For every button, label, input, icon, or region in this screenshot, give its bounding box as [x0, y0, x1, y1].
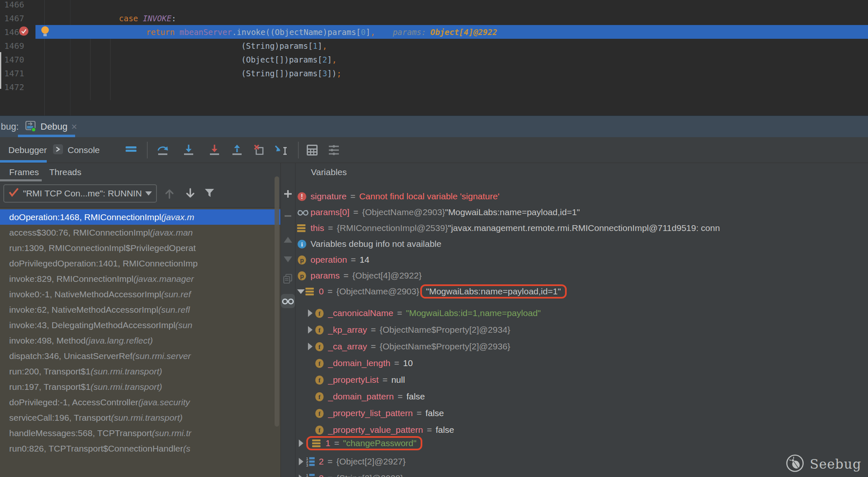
evaluate-expression-icon[interactable] [305, 143, 320, 158]
variable-row[interactable]: this={RMIConnectionImpl@2539} "javax.man… [295, 220, 868, 236]
variable-row[interactable]: 1="changePassword" [295, 434, 868, 453]
frame-up-icon[interactable] [162, 186, 177, 201]
tab-threads[interactable]: Threads [49, 167, 81, 177]
variable-name: _ca_array [328, 341, 367, 351]
frame-method: run:200, Transport$1 [9, 367, 91, 377]
frame-method: doOperation:1468, RMIConnectionImpl [9, 212, 161, 222]
stack-frame-row[interactable]: invoke:43, DelegatingMethodAccessorImpl … [0, 317, 280, 333]
debug-panels: Frames Threads "RMI TCP Con...me": RUNNI… [0, 163, 868, 477]
intention-bulb-icon[interactable] [40, 25, 50, 39]
stack-frame-row[interactable]: run0:826, TCPTransport$ConnectionHandler… [0, 441, 280, 456]
arrow-glyph [308, 326, 313, 334]
tab-frames[interactable]: Frames [9, 167, 39, 177]
variable-row[interactable]: pparams={Object[4]@2922} [295, 268, 868, 284]
field-icon: f [315, 375, 328, 385]
expand-arrow-icon[interactable] [296, 474, 305, 477]
stack-frame-row[interactable]: handleMessages:568, TCPTransport (sun.rm… [0, 425, 280, 441]
variable-row[interactable]: 1233={String[2]@2928} [295, 470, 868, 477]
toolbar-separator [298, 142, 299, 158]
editor-line[interactable]: 1468return mbeanServer.invoke((ObjectNam… [0, 25, 868, 39]
step-out-icon[interactable] [230, 143, 245, 158]
breakpoint-icon[interactable] [18, 25, 29, 38]
expand-arrow-icon[interactable] [305, 343, 315, 350]
stack-frame-row[interactable]: run:1309, RMIConnectionImpl$PrivilegedOp… [0, 240, 280, 256]
run-to-cursor-icon[interactable] [274, 143, 289, 158]
editor-line[interactable]: 1467case INVOKE: [0, 11, 868, 25]
move-watch-up-icon[interactable] [281, 233, 295, 246]
stack-frame-row[interactable]: dispatch:346, UnicastServerRef (sun.rmi.… [0, 348, 280, 364]
frame-down-icon[interactable] [183, 186, 198, 201]
tab-console[interactable]: Console [53, 137, 100, 163]
stack-frame-row[interactable]: invoke:62, NativeMethodAccessorImpl (sun… [0, 302, 280, 317]
equals-sign: = [398, 392, 403, 402]
variable-name: 0 [319, 286, 324, 296]
show-watches-icon[interactable] [281, 294, 295, 308]
filter-frames-icon[interactable] [202, 186, 217, 201]
force-step-into-icon[interactable] [207, 143, 222, 158]
duplicate-watch-icon[interactable] [281, 272, 295, 285]
stack-frame-row[interactable]: serviceCall:196, Transport (sun.rmi.tran… [0, 410, 280, 425]
frames-scrollbar[interactable] [275, 176, 279, 427]
code-editor[interactable]: 14661467case INVOKE:1468return mbeanServ… [0, 0, 868, 115]
variable-row[interactable]: iVariables debug info not available [295, 236, 868, 252]
stack-frame-row[interactable]: access$300:76, RMIConnectionImpl (javax.… [0, 225, 280, 240]
variable-row[interactable]: params[0]={ObjectName@2903} "MogwaiLabs:… [295, 204, 868, 220]
step-into-icon[interactable] [181, 143, 196, 158]
stack-frame-row[interactable]: invoke0:-1, NativeMethodAccessorImpl (su… [0, 286, 280, 302]
variable-row[interactable]: f_domain_pattern=false [295, 389, 868, 404]
debug-session-tab[interactable]: Debug × [24, 116, 77, 137]
variable-row[interactable]: f_property_list_pattern=false [295, 405, 868, 421]
close-icon[interactable]: × [71, 122, 77, 132]
frame-method: handleMessages:568, TCPTransport [9, 428, 152, 438]
stack-frame-row[interactable]: doPrivilegedOperation:1401, RMIConnectio… [0, 256, 280, 271]
stack-frame-row[interactable]: invoke:498, Method (java.lang.reflect) [0, 333, 280, 348]
stack-frame-row[interactable]: invoke:829, RMIConnectionImpl (javax.man… [0, 271, 280, 286]
variable-value: null [391, 375, 405, 385]
code-token: ; [337, 69, 341, 78]
variable-row[interactable]: f_canonicalName="MogwaiLabs:id=1,name=pa… [295, 305, 868, 321]
editor-line[interactable]: 1472 [0, 80, 868, 94]
variable-row[interactable]: f_ca_array={ObjectName$Property[2]@2936} [295, 339, 868, 354]
variable-value: "MogwaiLabs:name=payload,id=1" [426, 286, 561, 296]
tab-debugger[interactable]: Debugger [8, 137, 47, 163]
stack-frame-row[interactable]: doOperation:1468, RMIConnectionImpl (jav… [0, 209, 280, 225]
layout-settings-icon[interactable] [326, 143, 341, 158]
editor-line[interactable]: 1466 [0, 0, 868, 11]
code-token: 3 [322, 69, 327, 78]
watch-icon [297, 208, 310, 216]
thread-selector[interactable]: "RMI TCP Con...me": RUNNING [3, 184, 157, 203]
variable-name: params [310, 271, 340, 281]
stack-frame-row[interactable]: doPrivileged:-1, AccessController (java.… [0, 394, 280, 410]
code-token: ] [366, 28, 370, 37]
move-watch-down-icon[interactable] [281, 253, 295, 266]
editor-line[interactable]: 1469(String)params[1], [0, 39, 868, 53]
stack-frame-row[interactable]: run:200, Transport$1 (sun.rmi.transport) [0, 364, 280, 379]
code-token: , [371, 28, 375, 37]
variable-row[interactable]: 1232={Object[2]@2927} [295, 454, 868, 469]
variable-row[interactable]: f_domain_length=10 [295, 355, 868, 371]
editor-line[interactable]: 1471(String[])params[3]); [0, 66, 868, 80]
variable-row[interactable]: f_kp_array={ObjectName$Property[2]@2934} [295, 322, 868, 338]
expand-arrow-icon[interactable] [305, 326, 315, 334]
code-token: 1 [313, 41, 318, 50]
variable-row[interactable]: f_propertyList=null [295, 372, 868, 388]
variable-row[interactable]: !signature=Cannot find local variable 's… [295, 188, 868, 204]
remove-watch-icon[interactable] [281, 209, 295, 223]
drop-frame-icon[interactable] [252, 143, 267, 158]
window-edge-artifact [0, 52, 1, 89]
collapse-arrow-icon[interactable] [296, 289, 305, 294]
add-watch-icon[interactable] [281, 187, 295, 201]
stack-frame-row[interactable]: run:197, Transport$1 (sun.rmi.transport) [0, 379, 280, 394]
expand-arrow-icon[interactable] [296, 439, 305, 447]
variable-name: _domain_pattern [328, 392, 394, 402]
variable-value: false [406, 392, 425, 402]
expand-arrow-icon[interactable] [296, 458, 305, 465]
field-icon: f [315, 342, 328, 351]
frame-package: (sun.ref [161, 289, 191, 299]
variable-row[interactable]: poperation=14 [295, 252, 868, 268]
show-execution-point-icon[interactable] [124, 143, 139, 158]
expand-arrow-icon[interactable] [305, 309, 315, 317]
editor-line[interactable]: 1470(Object[])params[2], [0, 53, 868, 66]
variable-row[interactable]: 0={ObjectName@2903}"MogwaiLabs:name=payl… [295, 282, 868, 301]
step-over-icon[interactable] [155, 143, 170, 158]
